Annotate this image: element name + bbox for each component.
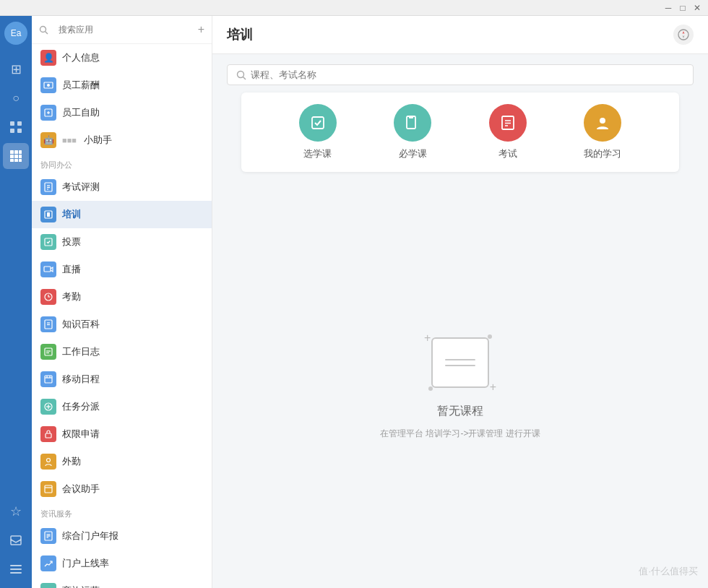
minimize-button[interactable]: ─ — [663, 3, 673, 13]
sidebar-item-portal-rate[interactable]: 门户上线率 — [32, 550, 212, 577]
sidebar-item-profile[interactable]: 👤 个人信息 — [32, 44, 212, 72]
elective-label: 选学课 — [303, 147, 332, 160]
required-label: 必学课 — [399, 147, 427, 160]
svg-rect-29 — [47, 212, 50, 217]
inbox-icon[interactable] — [3, 527, 29, 553]
svg-rect-46 — [46, 433, 51, 438]
svg-rect-62 — [409, 116, 413, 118]
avatar[interactable]: Ea — [4, 22, 27, 45]
svg-point-47 — [47, 459, 51, 462]
sidebar-item-training[interactable]: 培训 — [32, 201, 212, 228]
maximize-button[interactable]: □ — [678, 3, 688, 13]
search-bar-icon — [236, 70, 246, 80]
cat-elective[interactable]: 选学课 — [299, 104, 337, 160]
search-icon — [39, 25, 48, 35]
close-button[interactable]: ✕ — [692, 3, 702, 13]
svg-rect-2 — [10, 129, 14, 133]
svg-line-18 — [46, 31, 48, 34]
sidebar-item-self-service[interactable]: 员工自助 — [32, 99, 212, 126]
sidebar-item-attendance[interactable]: 考勤 — [32, 283, 212, 311]
sidebar-item-portal-report[interactable]: 综合门户年报 — [32, 522, 212, 550]
cat-my-learning[interactable]: 我的学习 — [584, 104, 621, 160]
svg-rect-10 — [10, 159, 14, 162]
svg-point-20 — [47, 84, 50, 87]
star-icon[interactable]: ☆ — [3, 498, 29, 524]
svg-rect-1 — [17, 121, 22, 126]
svg-rect-8 — [14, 155, 18, 158]
sidebar-item-schedule[interactable]: 移动日程 — [32, 366, 212, 393]
sidebar-item-travel[interactable]: 商旅运营 — [32, 577, 212, 588]
grid-icon[interactable] — [3, 143, 29, 169]
elective-icon — [299, 104, 337, 142]
svg-rect-31 — [44, 267, 51, 272]
empty-state: + + 暂无课程 在管理平台 培训学习->开课管理 进行开课 — [212, 182, 708, 588]
add-app-button[interactable]: + — [198, 24, 204, 35]
menu-icon[interactable] — [3, 556, 29, 582]
salary-icon — [40, 77, 56, 93]
svg-rect-0 — [10, 121, 14, 126]
svg-rect-11 — [14, 159, 18, 162]
svg-rect-48 — [45, 485, 52, 493]
svg-rect-16 — [10, 572, 22, 574]
compass-button[interactable] — [673, 25, 694, 45]
sidebar: + 👤 个人信息 员工薪酬 — [32, 16, 212, 588]
sidebar-item-exam[interactable]: 考试评测 — [32, 173, 212, 201]
sidebar-section-collab: 协同办公 考试评测 — [32, 154, 212, 503]
worklog-icon — [40, 344, 56, 360]
course-search-bar — [227, 64, 694, 85]
meeting-icon — [40, 481, 56, 497]
sidebar-item-live[interactable]: 直播 — [32, 256, 212, 283]
nav-icon-bar: Ea ⊞ ○ ☆ — [0, 16, 32, 588]
apps-icon[interactable] — [3, 114, 29, 140]
main-content: 培训 — [212, 16, 708, 588]
category-section: 选学课 必学课 — [212, 92, 708, 182]
cat-required[interactable]: 必学课 — [394, 104, 431, 160]
svg-point-58 — [238, 71, 244, 77]
svg-rect-12 — [19, 159, 22, 162]
task-icon — [40, 399, 56, 415]
svg-rect-7 — [10, 155, 14, 158]
profile-icon: 👤 — [40, 50, 56, 66]
sidebar-item-worklog[interactable]: 工作日志 — [32, 338, 212, 366]
empty-desc: 在管理平台 培训学习->开课管理 进行开课 — [380, 428, 540, 440]
svg-rect-14 — [10, 565, 22, 566]
sidebar-item-task[interactable]: 任务分派 — [32, 393, 212, 420]
category-tabs: 选学课 必学课 — [241, 92, 679, 172]
assistant-icon: 🤖 — [40, 132, 56, 148]
chat-icon[interactable]: ○ — [3, 85, 29, 111]
sidebar-item-vote[interactable]: 投票 — [32, 228, 212, 256]
empty-title: 暂无课程 — [437, 404, 483, 419]
live-icon — [40, 261, 56, 277]
attendance-icon — [40, 289, 56, 305]
svg-rect-3 — [17, 129, 22, 133]
sidebar-item-wiki[interactable]: 知识百科 — [32, 311, 212, 338]
sidebar-search-bar: + — [32, 16, 212, 44]
svg-line-59 — [243, 77, 246, 79]
my-learning-icon — [584, 104, 621, 142]
empty-icon: + + — [424, 330, 496, 395]
section-label-collab: 协同办公 — [32, 154, 212, 173]
search-input[interactable] — [53, 22, 194, 38]
sidebar-item-field[interactable]: 外勤 — [32, 448, 212, 475]
svg-rect-9 — [19, 155, 22, 158]
svg-marker-56 — [683, 31, 685, 34]
portal-rate-icon — [40, 555, 56, 571]
sidebar-item-salary[interactable]: 员工薪酬 — [32, 72, 212, 99]
svg-point-17 — [40, 26, 46, 32]
sidebar-item-assistant[interactable]: 🤖 ■■■ 小助手 — [32, 126, 212, 154]
exam-cat-label: 考试 — [498, 147, 517, 160]
course-search-input[interactable] — [251, 69, 684, 80]
field-icon — [40, 454, 56, 470]
home-icon[interactable]: ⊞ — [3, 56, 29, 82]
compass-icon — [678, 29, 689, 40]
vote-icon — [40, 234, 56, 250]
portal-report-icon — [40, 528, 56, 544]
sidebar-item-meeting[interactable]: 会议助手 — [32, 475, 212, 503]
search-section — [212, 54, 708, 92]
svg-rect-5 — [14, 150, 18, 154]
cat-exam[interactable]: 考试 — [489, 104, 527, 160]
sidebar-item-permission[interactable]: 权限申请 — [32, 420, 212, 448]
section-label-news: 资讯服务 — [32, 503, 212, 522]
required-icon — [394, 104, 431, 142]
page-header: 培训 — [212, 16, 708, 54]
